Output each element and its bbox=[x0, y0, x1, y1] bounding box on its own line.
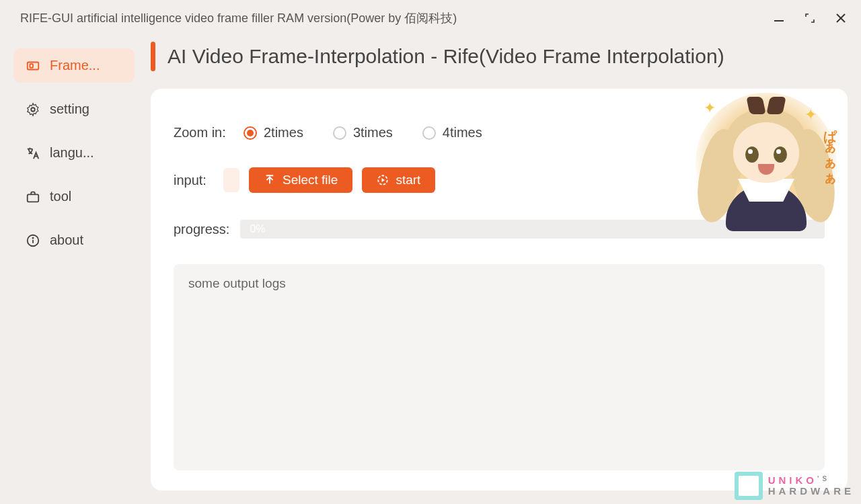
radio-3times[interactable]: 3times bbox=[333, 125, 393, 140]
output-logs: some output logs bbox=[174, 264, 825, 470]
window-title: RIFE-GUI artificial intelligence video f… bbox=[20, 10, 457, 26]
upload-icon bbox=[264, 174, 276, 186]
input-label: input: bbox=[174, 173, 214, 188]
progress-label: progress: bbox=[174, 222, 229, 237]
svg-rect-6 bbox=[28, 194, 39, 202]
button-label: start bbox=[396, 173, 420, 187]
button-label: Select file bbox=[283, 173, 338, 187]
titlebar: RIFE-GUI artificial intelligence video f… bbox=[0, 0, 861, 31]
sidebar-item-label: tool bbox=[50, 189, 71, 204]
content: AI Video Frame-Interpolation - Rife(Vide… bbox=[151, 38, 848, 491]
start-button[interactable]: start bbox=[362, 167, 435, 193]
close-icon[interactable] bbox=[833, 10, 849, 26]
radio-2times[interactable]: 2times bbox=[244, 125, 303, 140]
sidebar-item-label: setting bbox=[50, 101, 89, 117]
sidebar-item-setting[interactable]: setting bbox=[13, 92, 135, 126]
page-title: AI Video Frame-Interpolation - Rife(Vide… bbox=[167, 45, 724, 68]
watermark: UNIKO'S HARDWARE bbox=[735, 472, 854, 500]
sidebar-item-tool[interactable]: tool bbox=[13, 179, 135, 214]
sidebar-item-label: Frame... bbox=[50, 58, 100, 73]
sidebar-item-language[interactable]: langu... bbox=[13, 136, 135, 170]
sidebar-item-about[interactable]: about bbox=[13, 223, 135, 257]
info-icon bbox=[26, 233, 40, 248]
input-field[interactable] bbox=[223, 168, 239, 192]
play-icon bbox=[377, 174, 389, 186]
maximize-icon[interactable] bbox=[802, 10, 818, 26]
sidebar: Frame... setting langu... tool about bbox=[13, 38, 135, 491]
frame-icon bbox=[26, 58, 40, 73]
sidebar-item-label: langu... bbox=[50, 145, 94, 161]
radio-4times[interactable]: 4times bbox=[422, 125, 482, 140]
select-file-button[interactable]: Select file bbox=[249, 167, 352, 193]
page-header: AI Video Frame-Interpolation - Rife(Vide… bbox=[151, 38, 848, 71]
translate-icon bbox=[26, 146, 40, 161]
watermark-badge-icon bbox=[735, 472, 763, 500]
svg-point-9 bbox=[32, 237, 33, 238]
main-card: ✦✦✦ ぱぁぁぁ Zoom in: 2times 3times bbox=[151, 89, 848, 491]
accent-bar bbox=[151, 42, 155, 71]
gear-icon bbox=[26, 102, 40, 117]
progress-text: 0% bbox=[250, 223, 265, 235]
svg-rect-4 bbox=[30, 64, 33, 68]
radio-label: 2times bbox=[264, 125, 303, 140]
window-controls bbox=[771, 10, 849, 26]
minimize-icon[interactable] bbox=[771, 10, 787, 26]
mascot-image: ✦✦✦ ぱぁぁぁ bbox=[696, 93, 837, 234]
radio-label: 3times bbox=[353, 125, 393, 140]
sidebar-item-frame[interactable]: Frame... bbox=[13, 48, 135, 83]
mascot-speech: ぱぁぁぁ bbox=[821, 120, 839, 181]
logs-text: some output logs bbox=[188, 276, 286, 290]
briefcase-icon bbox=[26, 190, 40, 204]
svg-point-5 bbox=[31, 108, 35, 112]
radio-label: 4times bbox=[443, 125, 482, 140]
zoom-label: Zoom in: bbox=[174, 125, 234, 140]
watermark-text: UNIKO'S HARDWARE bbox=[768, 475, 854, 497]
sidebar-item-label: about bbox=[50, 233, 83, 248]
